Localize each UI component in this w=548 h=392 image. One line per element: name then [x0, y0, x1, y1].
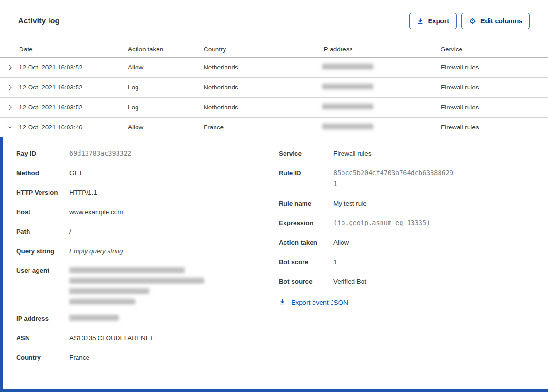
field-label: Service [279, 148, 333, 159]
panel-bottom-accent-bar [0, 389, 548, 392]
field-label: HTTP Version [16, 187, 69, 198]
column-header-service: Service [441, 46, 548, 53]
export-button-label: Export [428, 17, 449, 25]
table-row[interactable]: 12 Oct, 2021 16:03:52 Allow Netherlands … [0, 58, 548, 78]
column-header-action-taken: Action taken [128, 46, 204, 53]
row-service: Firewall rules [441, 84, 548, 91]
row-date: 12 Oct, 2021 16:03:52 [19, 64, 128, 71]
detail-field-ray-id: Ray ID 69d13783ac393322 [16, 148, 279, 159]
detail-field-ip-address: IP address [16, 313, 279, 324]
field-value: www.example.com [69, 206, 123, 217]
redacted-ip-value [322, 124, 373, 129]
field-value: (ip.geoip.asnum eq 13335) [333, 217, 430, 228]
row-service: Firewall rules [441, 104, 548, 111]
field-label: Path [16, 226, 69, 237]
field-value: GET [69, 167, 83, 178]
chevron-right-icon[interactable] [0, 104, 19, 111]
page-title: Activity log [18, 17, 59, 25]
field-label: Country [16, 352, 69, 363]
chevron-right-icon[interactable] [0, 84, 19, 91]
table-header: Date Action taken Country IP address Ser… [0, 41, 548, 58]
detail-field-rule-name: Rule name My test rule [279, 198, 548, 209]
detail-field-host: Host www.example.com [16, 206, 279, 217]
event-detail-panel: Ray ID 69d13783ac393322 Method GET HTTP … [0, 137, 548, 390]
download-icon [279, 298, 286, 307]
row-date: 12 Oct, 2021 16:03:52 [19, 104, 128, 111]
field-value: Verified Bot [333, 276, 366, 287]
field-value: AS13335 CLOUDFLARENET [69, 333, 154, 343]
field-label: Host [16, 206, 69, 217]
table-row[interactable]: 12 Oct, 2021 16:03:52 Log Netherlands Fi… [0, 98, 548, 118]
detail-field-path: Path / [16, 226, 279, 237]
redacted-ip-value [322, 84, 373, 89]
download-icon [417, 18, 424, 25]
field-label: Rule ID [279, 167, 333, 189]
detail-field-expression: Expression (ip.geoip.asnum eq 13335) [279, 217, 548, 228]
field-label: Bot score [279, 256, 333, 267]
detail-field-query-string: Query string Empty query string [16, 245, 279, 256]
field-value: France [69, 352, 89, 363]
row-action: Allow [128, 64, 204, 71]
field-label: Bot source [279, 276, 333, 287]
gear-icon: ⚙︎ [469, 17, 476, 25]
field-label: Ray ID [16, 148, 69, 159]
export-event-json-link[interactable]: Export event JSON [279, 298, 348, 307]
detail-field-bot-source: Bot source Verified Bot [279, 276, 548, 287]
row-ip [322, 64, 441, 71]
table-row-expanded[interactable]: 12 Oct, 2021 16:03:46 Allow France Firew… [0, 118, 548, 137]
header: Activity log Export ⚙︎ Edit columns [0, 0, 548, 41]
detail-field-user-agent: User agent [16, 265, 279, 304]
row-country: Netherlands [204, 64, 322, 71]
field-label: ASN [16, 333, 69, 343]
row-country: France [204, 124, 322, 131]
row-country: Netherlands [204, 104, 322, 111]
row-ip [322, 124, 441, 131]
row-date: 12 Oct, 2021 16:03:52 [19, 84, 128, 91]
row-action: Log [128, 104, 204, 111]
field-label: User agent [16, 265, 69, 304]
field-label: Expression [279, 217, 333, 228]
field-value: Empty query string [69, 245, 123, 256]
field-value: HTTP/1.1 [69, 187, 97, 198]
activity-log-panel: Activity log Export ⚙︎ Edit columns Date… [0, 0, 548, 392]
detail-field-method: Method GET [16, 167, 279, 178]
redacted-ip-value [322, 104, 373, 109]
detail-left-column: Ray ID 69d13783ac393322 Method GET HTTP … [16, 148, 279, 390]
detail-field-country: Country France [16, 352, 279, 363]
field-value: Firewall rules [333, 148, 372, 159]
chevron-right-icon[interactable] [0, 64, 19, 71]
edit-columns-button[interactable]: ⚙︎ Edit columns [461, 13, 530, 29]
row-date: 12 Oct, 2021 16:03:46 [19, 124, 128, 131]
field-label: Action taken [279, 237, 333, 248]
export-button[interactable]: Export [409, 13, 457, 29]
detail-field-bot-score: Bot score 1 [279, 256, 548, 267]
column-header-date: Date [19, 46, 128, 53]
field-label: IP address [16, 313, 69, 324]
field-value: 85bce5b204cf4703a764dcb633886291 [333, 167, 453, 189]
row-service: Firewall rules [441, 64, 548, 71]
field-label: Query string [16, 245, 69, 256]
field-value: Allow [333, 237, 349, 248]
detail-field-rule-id: Rule ID 85bce5b204cf4703a764dcb633886291 [279, 167, 548, 189]
column-header-ip-address: IP address [322, 46, 441, 53]
row-country: Netherlands [204, 84, 322, 91]
field-label: Rule name [279, 198, 333, 209]
field-value: 69d13783ac393322 [69, 148, 131, 159]
detail-right-column: Service Firewall rules Rule ID 85bce5b20… [279, 148, 548, 390]
row-action: Allow [128, 124, 204, 131]
table-row[interactable]: 12 Oct, 2021 16:03:52 Log Netherlands Fi… [0, 78, 548, 98]
row-service: Firewall rules [441, 124, 548, 131]
detail-field-http-version: HTTP Version HTTP/1.1 [16, 187, 279, 198]
header-actions: Export ⚙︎ Edit columns [409, 13, 530, 29]
export-event-json-label: Export event JSON [291, 299, 348, 306]
redacted-ip-value [69, 315, 119, 321]
redacted-user-agent-value [69, 265, 204, 304]
row-ip [322, 104, 441, 111]
field-value: / [69, 226, 71, 237]
detail-field-asn: ASN AS13335 CLOUDFLARENET [16, 333, 279, 343]
redacted-ip-value [322, 64, 373, 69]
chevron-down-icon[interactable] [0, 124, 19, 131]
detail-field-action-taken: Action taken Allow [279, 237, 548, 248]
row-action: Log [128, 84, 204, 91]
column-header-country: Country [204, 46, 322, 53]
